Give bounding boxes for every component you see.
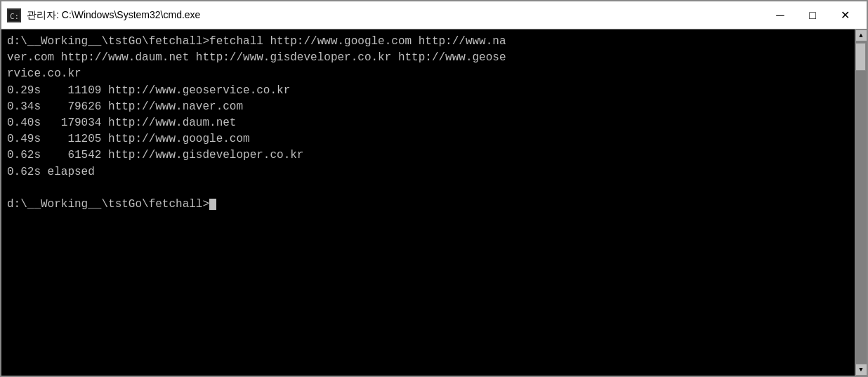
svg-text:C:\: C:\: [10, 12, 20, 21]
cursor: [209, 199, 216, 210]
scrollbar-track[interactable]: [855, 41, 867, 364]
close-button[interactable]: ✕: [829, 1, 861, 29]
scroll-up-button[interactable]: ▲: [855, 29, 867, 41]
scroll-down-button[interactable]: ▼: [855, 364, 867, 376]
titlebar: C:\ 관리자: C:\Windows\System32\cmd.exe ─ □…: [1, 1, 867, 29]
window-controls: ─ □ ✕: [764, 1, 861, 29]
app-icon: C:\: [7, 8, 21, 22]
maximize-button[interactable]: □: [796, 1, 829, 29]
window-title: 관리자: C:\Windows\System32\cmd.exe: [27, 9, 764, 22]
cmd-window: C:\ 관리자: C:\Windows\System32\cmd.exe ─ □…: [0, 0, 868, 377]
scrollbar-thumb[interactable]: [855, 43, 866, 71]
scrollbar[interactable]: ▲ ▼: [855, 29, 867, 376]
content-area: d:\__Working__\tstGo\fetchall>fetchall h…: [1, 29, 867, 376]
minimize-button[interactable]: ─: [764, 1, 796, 29]
terminal-output[interactable]: d:\__Working__\tstGo\fetchall>fetchall h…: [1, 29, 855, 376]
